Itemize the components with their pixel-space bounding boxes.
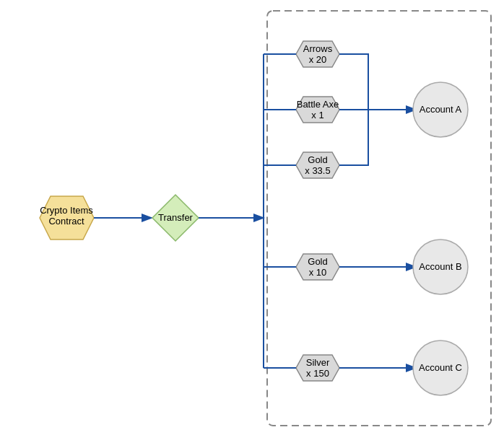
silver-label-line2: x 150 — [306, 368, 329, 379]
diagram-canvas: Crypto Items Contract Transfer Arrows x … — [0, 0, 504, 435]
arrows-label-line1: Arrows — [303, 43, 333, 54]
contract-label-line2: Contract — [48, 216, 84, 227]
arrows-label-line2: x 20 — [309, 54, 327, 65]
gold2-label-line1: Gold — [308, 256, 327, 267]
silver-label-line1: Silver — [306, 357, 330, 368]
transfer-label: Transfer — [158, 212, 194, 223]
gold1-label-line2: x 33.5 — [305, 165, 330, 176]
account-c-label: Account C — [419, 362, 462, 373]
account-a-label: Account A — [420, 104, 462, 115]
battleaxe-label-line1: Battle Axe — [297, 99, 339, 110]
account-b-label: Account B — [419, 261, 461, 272]
gold1-label-line1: Gold — [308, 154, 327, 165]
battleaxe-label-line2: x 1 — [311, 110, 323, 120]
contract-label-line1: Crypto Items — [40, 205, 93, 216]
gold2-label-line2: x 10 — [309, 267, 327, 278]
